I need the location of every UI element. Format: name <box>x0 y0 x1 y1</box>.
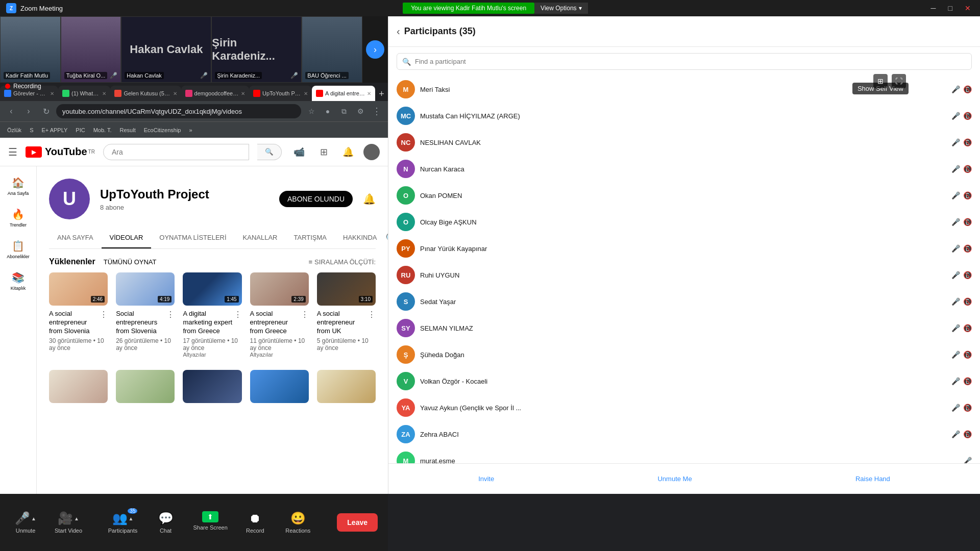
record-button[interactable]: ⏺ Record <box>240 511 271 534</box>
list-item[interactable]: Ş Şüheda Doğan 🎤 📵 <box>388 341 980 368</box>
video-options-button-4[interactable]: ⋮ <box>301 310 309 319</box>
sidebar-item-subscriptions[interactable]: 📋 Abonelikler <box>2 236 35 263</box>
tab-digital[interactable]: A digital entrepre... ✕ <box>312 86 375 101</box>
list-item[interactable]: SY SELMAN YILMAZ 🎤 📵 <box>388 315 980 341</box>
nav-item-discussion[interactable]: TARTIŞMA <box>286 228 335 248</box>
nav-item-about[interactable]: HAKKINDA <box>335 228 385 248</box>
view-options-button[interactable]: View Options ▾ <box>534 3 587 14</box>
nav-item-channels[interactable]: KANALLAR <box>235 228 286 248</box>
list-item[interactable]: O Olcay Bige AŞKUN 🎤 📵 <box>388 209 980 235</box>
nav-item-playlists[interactable]: OYNATMA LİSTELERİ <box>151 228 234 248</box>
list-item[interactable]: PY Pınar Yürük Kayapınar 🎤 📵 <box>388 235 980 262</box>
unmute-button[interactable]: 🎤 ▲ Unmute <box>10 511 41 534</box>
video-card-9[interactable] <box>250 370 309 403</box>
youtube-camera-icon[interactable]: 📹 <box>290 143 308 161</box>
video-card-8[interactable] <box>183 370 241 403</box>
list-item[interactable]: RU Ruhi UYGUN 🎤 📵 <box>388 262 980 288</box>
tab-close-tasks[interactable]: ✕ <box>50 91 54 96</box>
minimize-button[interactable]: ─ <box>928 3 939 13</box>
tab-close-instagram[interactable]: ✕ <box>241 91 245 96</box>
panel-back-button[interactable]: ‹ <box>397 26 400 37</box>
sort-button[interactable]: ≡ SIRALAMA ÖLÇÜTİ: <box>308 258 376 266</box>
hamburger-menu-icon[interactable]: ☰ <box>8 146 17 158</box>
youtube-grid-icon[interactable]: ⊞ <box>314 143 333 161</box>
address-input[interactable] <box>56 104 301 118</box>
forward-button[interactable]: › <box>21 104 36 118</box>
fullscreen-button[interactable]: ⛶ <box>892 74 906 88</box>
chrome-menu-button[interactable]: ⋮ <box>370 104 384 118</box>
new-tab-button[interactable]: + <box>375 87 388 101</box>
video-options-button-5[interactable]: ⋮ <box>368 310 376 319</box>
subscribe-button[interactable]: ABONE OLUNDU <box>279 191 353 207</box>
bookmark-pic[interactable]: PIC <box>72 126 88 134</box>
next-icon[interactable]: › <box>366 40 384 59</box>
grid-view-button[interactable]: ⊞ <box>873 74 888 88</box>
start-video-button[interactable]: 🎥 ▲ Start Video <box>53 511 84 534</box>
video-card-5[interactable]: 3:10 ⋮ A social entrepreneur from UK 5 g… <box>317 272 376 362</box>
list-item[interactable]: ZA Zehra ABACI 🎤 📵 <box>388 421 980 447</box>
invite-button[interactable]: Invite <box>478 475 494 483</box>
sidebar-item-trending[interactable]: 🔥 Trendler <box>2 204 35 232</box>
sidebar-item-home[interactable]: 🏠 Ana Sayfa <box>2 172 35 200</box>
bookmark-result[interactable]: Result <box>117 126 139 134</box>
video-nav-next[interactable]: › <box>362 16 388 83</box>
video-card-1[interactable]: 2:46 ⋮ A social entrepreneur from Sloven… <box>49 272 108 362</box>
bookmark-ecocitizenship[interactable]: EcoCitizenship <box>141 126 184 134</box>
video-options-button-1[interactable]: ⋮ <box>100 310 108 319</box>
profile-icon[interactable]: ● <box>321 104 335 118</box>
unmute-me-button[interactable]: Unmute Me <box>657 475 692 483</box>
tab-close-digital[interactable]: ✕ <box>367 91 371 96</box>
video-card-7[interactable] <box>116 370 175 403</box>
back-button[interactable]: ‹ <box>4 104 18 118</box>
video-participant-2[interactable]: Tuğba Kiral O... 🎤 <box>61 16 121 83</box>
sidebar-item-library[interactable]: 📚 Kitaplık <box>2 267 35 295</box>
reload-button[interactable]: ↻ <box>39 104 53 118</box>
nav-item-videos[interactable]: VİDEOLAR <box>102 228 152 248</box>
video-card-6[interactable] <box>49 370 108 403</box>
video-participant-3[interactable]: Hakan Cavlak Hakan Cavlak 🎤 <box>121 16 211 83</box>
raise-hand-button[interactable]: Raise Hand <box>855 475 890 483</box>
youtube-bell-icon[interactable]: 🔔 <box>339 143 357 161</box>
list-item[interactable]: V Volkan Özgör - Kocaeli 🎤 📵 <box>388 368 980 394</box>
video-participant-4[interactable]: Şirin Karadeniz... Şirin Karadeniz... 🎤 <box>211 16 302 83</box>
tab-gmail[interactable]: Gelen Kutusu (5) - k... ✕ <box>110 86 181 101</box>
video-participant-1[interactable]: Kadir Fatih Mutlu <box>0 16 61 83</box>
reactions-button[interactable]: 😀 Reactions <box>283 511 313 534</box>
participant-search-input[interactable] <box>415 54 966 69</box>
youtube-avatar[interactable] <box>363 144 380 160</box>
bookmark-more[interactable]: » <box>186 126 195 134</box>
list-item[interactable]: MC Mustafa Can HİÇYILMAZ (ARGE) 🎤 📵 <box>388 103 980 129</box>
maximize-button[interactable]: □ <box>945 3 955 13</box>
extensions-icon[interactable]: ⧉ <box>337 104 351 118</box>
tab-close-uptoyouth[interactable]: ✕ <box>304 91 308 96</box>
chat-button[interactable]: 💬 Chat <box>151 511 181 534</box>
leave-button[interactable]: Leave <box>337 513 378 532</box>
video-options-button-3[interactable]: ⋮ <box>234 310 242 319</box>
list-item[interactable]: S Sedat Yaşar 🎤 📵 <box>388 288 980 315</box>
tab-uptoyouth[interactable]: UpToYouth Project ✕ <box>249 86 312 101</box>
video-card-4[interactable]: 2:39 ⋮ A social entrepreneur from Greece… <box>250 272 309 362</box>
tab-instagram[interactable]: demgoodcoffee | Ti... ✕ <box>181 86 249 101</box>
list-item[interactable]: N Nurcan Karaca 🎤 📵 <box>388 156 980 182</box>
tab-close-whatsapp[interactable]: ✕ <box>102 91 106 96</box>
bookmark-star-icon[interactable]: ☆ <box>304 104 318 118</box>
youtube-search-input[interactable] <box>103 144 249 160</box>
share-screen-button[interactable]: ⬆ Share Screen <box>193 511 228 534</box>
video-card-2[interactable]: 4:19 ⋮ Social entrepreneurs from Sloveni… <box>116 272 175 362</box>
bookmark-eapply[interactable]: E+ APPLY <box>38 126 70 134</box>
channel-bell-button[interactable]: 🔔 <box>363 193 376 205</box>
list-item[interactable]: M murat.esme 🎤 <box>388 447 980 463</box>
participants-button[interactable]: 👥 35 ▲ Participants <box>108 511 138 534</box>
list-item[interactable]: NC NESLIHAN CAVLAK 🎤 📵 <box>388 129 980 156</box>
nav-item-home[interactable]: ANA SAYFA <box>49 228 102 248</box>
list-item[interactable]: O Okan POMEN 🎤 📵 <box>388 182 980 209</box>
list-item[interactable]: YA Yavuz Aykun (Gençlik ve Spor İl ... 🎤… <box>388 394 980 421</box>
bookmark-mob[interactable]: Mob. T. <box>90 126 115 134</box>
settings-icon[interactable]: ⚙ <box>353 104 368 118</box>
video-card-10[interactable] <box>317 370 376 403</box>
video-options-button-2[interactable]: ⋮ <box>166 310 175 319</box>
play-all-button[interactable]: TÜMÜNÜ OYNAT <box>104 258 157 266</box>
close-button[interactable]: ✕ <box>962 3 974 13</box>
bookmark-s[interactable]: S <box>27 126 36 134</box>
youtube-search-button[interactable]: 🔍 <box>257 144 282 160</box>
